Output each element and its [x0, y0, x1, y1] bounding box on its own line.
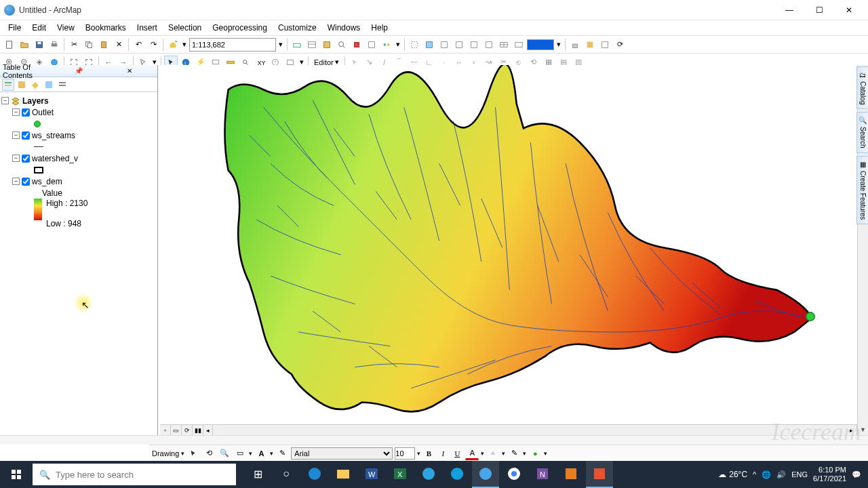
maximize-button[interactable]: ☐ — [804, 0, 834, 20]
layers-root[interactable]: Layers — [22, 96, 49, 106]
search-tab[interactable]: 🔍Search — [856, 112, 868, 153]
expander-icon[interactable]: − — [12, 155, 20, 162]
telegram-icon[interactable] — [415, 461, 442, 488]
layer-checkbox-watershed[interactable] — [22, 155, 30, 163]
layer-checkbox-dem[interactable] — [22, 178, 30, 186]
layer-checkbox-outlet[interactable] — [22, 108, 30, 117]
layer-checkbox-streams[interactable] — [22, 131, 30, 140]
taskbar-search[interactable]: 🔍 Type here to search — [33, 464, 236, 485]
volume-icon[interactable]: 🔊 — [776, 470, 786, 479]
select-elements-2-button[interactable] — [186, 447, 200, 460]
fill-color-button[interactable] — [486, 447, 500, 460]
task-view-button[interactable]: ⊞ — [244, 461, 271, 488]
marker-color-button[interactable]: ● — [528, 447, 542, 460]
list-by-drawing-order[interactable] — [2, 79, 14, 91]
scroll-left-button[interactable]: ◂ — [203, 425, 213, 436]
arcmap-task-icon[interactable] — [472, 461, 499, 488]
expander-icon[interactable]: − — [12, 108, 20, 116]
drawing-label[interactable]: Drawing — [152, 449, 179, 458]
paste-button[interactable] — [97, 38, 111, 52]
cut-button[interactable]: ✂ — [67, 38, 81, 52]
layout-button[interactable] — [598, 38, 612, 52]
color-swatch[interactable] — [527, 39, 554, 50]
scroll-right-button[interactable]: ▸ — [846, 425, 857, 436]
data-view-tab[interactable]: ▫ — [160, 425, 171, 436]
rotate-elem-button[interactable]: ⟲ — [202, 447, 216, 460]
bold-button[interactable]: B — [422, 447, 435, 460]
imo-icon[interactable] — [443, 461, 471, 488]
print-button[interactable] — [47, 38, 61, 52]
delete-button[interactable]: ✕ — [112, 38, 125, 52]
close-panel-button[interactable]: ✕ — [104, 67, 155, 75]
new-text-button[interactable]: A — [254, 447, 268, 460]
open-button[interactable] — [18, 38, 31, 52]
python-button[interactable] — [365, 38, 378, 52]
select-all-button[interactable] — [482, 38, 496, 52]
layer-watershed-v[interactable]: watershed_v — [32, 154, 78, 163]
refresh-view-button[interactable]: ⟳ — [182, 425, 193, 436]
close-button[interactable]: ✕ — [834, 0, 864, 20]
pause-draw-button[interactable]: ▮▮ — [193, 425, 203, 436]
word-icon[interactable]: W — [358, 461, 385, 488]
swatch-drop[interactable]: ▾ — [555, 38, 562, 52]
create-features-tab[interactable]: ▦Create Features — [856, 156, 868, 224]
options-button[interactable] — [56, 79, 68, 91]
raster-ramp-icon[interactable] — [34, 199, 42, 220]
menu-help[interactable]: Help — [366, 22, 393, 34]
attribute-table-button[interactable] — [497, 38, 511, 52]
redo-button[interactable]: ↷ — [146, 38, 160, 52]
select-switch-button[interactable] — [437, 38, 451, 52]
edge-icon[interactable] — [301, 461, 328, 488]
expander-icon[interactable]: − — [1, 97, 9, 104]
zoom-drawing-button[interactable]: 🔍 — [218, 447, 231, 460]
new-rectangle-button[interactable]: ▭ — [233, 447, 247, 460]
scale-dropdown[interactable]: ▾ — [277, 38, 284, 52]
line-color-button[interactable]: ✎ — [507, 447, 521, 460]
polygon-symbol-icon[interactable] — [34, 167, 43, 174]
pin-icon[interactable]: 📌 — [54, 67, 104, 75]
add-data-button[interactable]: + — [166, 38, 180, 52]
cortana-button[interactable]: ○ — [273, 461, 300, 488]
search-window-button[interactable] — [335, 38, 349, 52]
app-icon-1[interactable] — [557, 461, 585, 488]
underline-button[interactable]: U — [451, 447, 463, 460]
tray-chevron-icon[interactable]: ^ — [753, 470, 756, 479]
weather-widget[interactable]: ☁ 26°C — [718, 470, 747, 479]
map-scale-input[interactable] — [189, 38, 276, 52]
select-zoom-button[interactable] — [452, 38, 466, 52]
excel-icon[interactable]: X — [387, 461, 414, 488]
undo-button[interactable]: ↶ — [132, 38, 145, 52]
edit-vertices-2-button[interactable]: ✎ — [275, 447, 289, 460]
list-by-source[interactable] — [16, 79, 28, 91]
explorer-icon[interactable] — [330, 461, 357, 488]
point-symbol-icon[interactable] — [34, 121, 41, 127]
expander-icon[interactable]: − — [12, 178, 20, 185]
start-button[interactable] — [0, 461, 33, 488]
font-size-input[interactable] — [395, 447, 415, 460]
basemap-button[interactable] — [583, 38, 597, 52]
layout-view-tab[interactable]: ▭ — [171, 425, 182, 436]
font-color-button[interactable]: A — [465, 447, 479, 460]
menu-windows[interactable]: Windows — [322, 22, 366, 34]
menu-file[interactable]: File — [3, 22, 26, 34]
notifications-icon[interactable]: 💬 — [852, 470, 861, 479]
refresh-button[interactable]: ⟳ — [613, 38, 627, 52]
clock[interactable]: 6:10 PM 6/17/2021 — [813, 466, 846, 483]
tool-drop[interactable]: ▾ — [395, 38, 401, 52]
layer-ws-streams[interactable]: ws_streams — [32, 131, 75, 140]
save-button[interactable] — [33, 38, 46, 52]
menu-selection[interactable]: Selection — [163, 22, 207, 34]
lock-button[interactable] — [568, 38, 582, 52]
menu-view[interactable]: View — [52, 22, 80, 34]
catalog-tab[interactable]: 🗂Catalog — [856, 66, 868, 109]
list-by-selection[interactable] — [43, 79, 55, 91]
font-select[interactable]: Arial — [291, 447, 393, 460]
select-clear-button[interactable] — [408, 38, 421, 52]
italic-button[interactable]: I — [437, 447, 449, 460]
menu-customize[interactable]: Customize — [273, 22, 322, 34]
add-data-dropdown[interactable]: ▾ — [181, 38, 188, 52]
toc-button[interactable] — [305, 38, 319, 52]
modelbuilder-button[interactable] — [380, 38, 393, 52]
recorder-icon[interactable] — [586, 461, 613, 488]
map-view[interactable]: ▲ ▼ — [158, 65, 868, 435]
